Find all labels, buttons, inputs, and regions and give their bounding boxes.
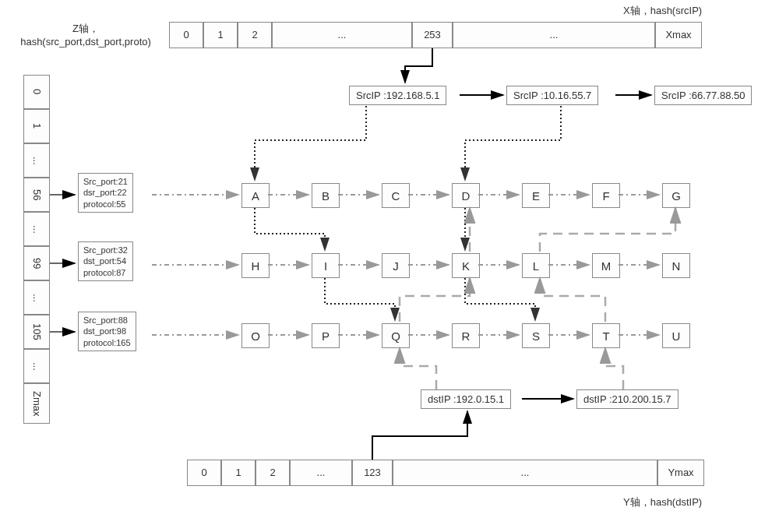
node-N: N [662, 253, 690, 278]
node-M: M [592, 253, 620, 278]
x-cell-max: Xmax [655, 22, 702, 48]
proto-1-l2: dst_port:54 [83, 256, 126, 266]
y-cell-d1: ... [290, 460, 352, 486]
z-cell-d1: ... [23, 143, 50, 178]
node-C: C [382, 183, 410, 208]
proto-1-l3: protocol:87 [83, 268, 125, 277]
y-cell-1: 1 [221, 460, 256, 486]
node-G: G [662, 183, 690, 208]
x-cell-dots2: ... [453, 22, 655, 48]
z-cell-56: 56 [23, 178, 50, 212]
x-cell-1: 1 [203, 22, 238, 48]
y-cell-max: Ymax [657, 460, 704, 486]
node-H: H [241, 253, 270, 278]
proto-box-2: Src_port:88 dst_port:98 protocol:165 [78, 312, 136, 351]
x-cell-2: 2 [238, 22, 272, 48]
srcip-box-1: SrcIP :10.16.55.7 [506, 86, 598, 105]
node-Q: Q [382, 323, 410, 348]
srcip-box-2: SrcIP :66.77.88.50 [654, 86, 752, 105]
node-B: B [312, 183, 340, 208]
proto-0-l3: protocol:55 [83, 199, 125, 209]
node-S: S [522, 323, 550, 348]
node-A: A [241, 183, 270, 208]
z-cell-99: 99 [23, 246, 50, 280]
z-cell-0: 0 [23, 75, 50, 109]
z-cell-max: Zmax [23, 383, 50, 424]
node-O: O [241, 323, 270, 348]
x-cell-dots1: ... [272, 22, 412, 48]
proto-2-l3: protocol:165 [83, 338, 131, 347]
y-cell-2: 2 [256, 460, 290, 486]
proto-box-1: Src_port:32 dst_port:54 protocol:87 [78, 241, 133, 281]
node-U: U [662, 323, 690, 348]
srcip-box-0: SrcIP :192.168.5.1 [349, 86, 446, 105]
proto-2-l1: Src_port:88 [83, 315, 128, 325]
diagram-canvas: X轴，hash(srcIP) 0 1 2 ... 253 ... Xmax Z轴… [0, 0, 779, 532]
proto-2-l2: dst_port:98 [83, 326, 126, 336]
y-cell-d2: ... [393, 460, 657, 486]
z-cell-1: 1 [23, 109, 50, 143]
y-cell-0: 0 [187, 460, 221, 486]
proto-0-l1: Src_port:21 [83, 177, 128, 186]
node-F: F [592, 183, 620, 208]
node-L: L [522, 253, 550, 278]
proto-1-l1: Src_port:32 [83, 245, 128, 255]
node-I: I [312, 253, 340, 278]
x-axis-label: X轴，hash(srcIP) [623, 4, 702, 18]
dstip-box-0: dstIP :192.0.15.1 [421, 389, 511, 409]
node-J: J [382, 253, 410, 278]
z-cell-d3: ... [23, 280, 50, 315]
node-R: R [452, 323, 480, 348]
node-P: P [312, 323, 340, 348]
x-cell-0: 0 [169, 22, 203, 48]
z-cell-d4: ... [23, 349, 50, 383]
proto-0-l2: dsr_port:22 [83, 188, 127, 197]
node-E: E [522, 183, 550, 208]
proto-box-0: Src_port:21 dsr_port:22 protocol:55 [78, 173, 133, 213]
z-cell-105: 105 [23, 315, 50, 349]
dstip-box-1: dstIP :210.200.15.7 [576, 389, 679, 409]
y-cell-123: 123 [352, 460, 393, 486]
node-K: K [452, 253, 480, 278]
node-D: D [452, 183, 480, 208]
y-axis-label: Y轴，hash(dstIP) [623, 495, 702, 509]
node-T: T [592, 323, 620, 348]
z-axis-label: Z轴， hash(src_port,dst_port,proto) [8, 22, 164, 48]
x-cell-253: 253 [412, 22, 453, 48]
z-cell-d2: ... [23, 212, 50, 246]
